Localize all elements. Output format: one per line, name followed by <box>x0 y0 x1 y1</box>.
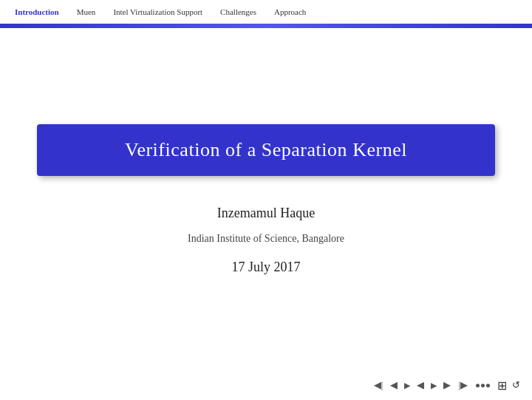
loop-icon[interactable]: ↺ <box>512 379 520 391</box>
nav-prev-button[interactable]: ◀ <box>388 378 400 393</box>
nav-separator2: ▶ <box>431 381 437 390</box>
nav-dots <box>476 384 490 387</box>
nav-label-challenges: Challenges <box>220 7 256 16</box>
nav-item-introduction[interactable]: Introduction <box>6 0 68 24</box>
title-box: Verification of a Separation Kernel <box>37 124 495 176</box>
presentation-icon[interactable]: ⊞ <box>497 379 507 393</box>
nav-item-muen[interactable]: Muen <box>68 0 105 24</box>
nav-item-intel-virt[interactable]: Intel Virtualization Support <box>104 0 211 24</box>
nav-next-prev-button[interactable]: ◀ <box>415 378 426 393</box>
slide-title: Verification of a Separation Kernel <box>125 139 407 160</box>
slide-institute: Indian Institute of Science, Bangalore <box>188 233 344 245</box>
nav-next-button[interactable]: ▶ <box>441 378 453 393</box>
nav-last-button[interactable]: |▶ <box>456 378 470 393</box>
dot-2 <box>481 384 485 387</box>
dot-1 <box>476 384 480 387</box>
nav-separator1: ▶ <box>404 381 410 390</box>
nav-label-muen: Muen <box>77 7 96 16</box>
slide-date: 17 July 2017 <box>231 260 300 275</box>
nav-item-approach[interactable]: Approach <box>265 0 315 24</box>
nav-item-challenges[interactable]: Challenges <box>211 0 265 24</box>
slide-content: Verification of a Separation Kernel Inze… <box>0 28 532 370</box>
slide-author: Inzemamul Haque <box>217 206 315 221</box>
nav-label-introduction: Introduction <box>15 7 59 16</box>
nav-first-button[interactable]: ◀| <box>372 378 386 393</box>
dot-3 <box>486 384 490 387</box>
nav-label-approach: Approach <box>274 7 306 16</box>
bottom-bar: ◀| ◀ ▶ ◀ ▶ ▶ |▶ ⊞ ↺ <box>0 370 532 400</box>
nav-label-intel-virt: Intel Virtualization Support <box>113 7 202 16</box>
nav-bar: Introduction Muen Intel Virtualization S… <box>0 0 532 24</box>
